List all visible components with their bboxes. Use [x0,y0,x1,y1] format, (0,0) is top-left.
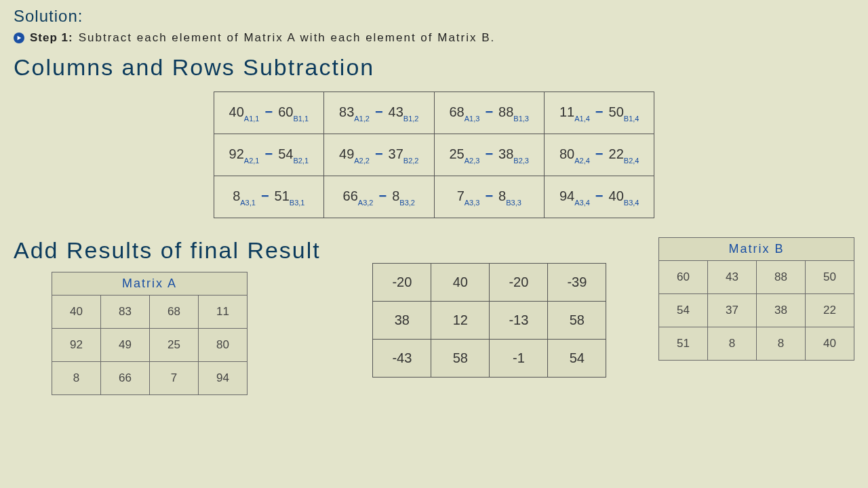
result-matrix-wrap: -2040-20-393812-1358-4358-154 [372,263,606,378]
matrix-a-table: 4083681192492580866794 [52,295,248,395]
svg-marker-0 [18,36,22,40]
matrix-cell: -39 [548,264,606,302]
step-text: Subtract each element of Matrix A with e… [79,31,496,45]
results-heading: Add Results of final Result [14,237,321,264]
matrix-cell: -20 [373,264,431,302]
matrix-cell: 49 [101,329,150,362]
matrix-cell: 11 [199,296,248,329]
matrix-b-wrap: Matrix B 6043885054373822518840 [658,237,854,361]
matrix-cell: 54 [658,294,707,327]
matrix-cell: -43 [373,340,431,378]
subtraction-table-wrap: 40A1,1−60B1,183A1,2−43B1,268A1,3−88B1,31… [14,92,854,218]
matrix-cell: 8 [756,327,805,361]
matrix-b-title: Matrix B [658,237,854,260]
matrix-cell: 92 [52,329,101,362]
matrix-cell: 40 [431,264,490,302]
matrix-cell: -1 [490,340,548,378]
matrix-b-table: 6043885054373822518840 [658,260,854,361]
step-bullet-icon [14,33,24,43]
subtraction-heading: Columns and Rows Subtraction [14,54,854,81]
subtraction-cell: 92A2,1−54B2,1 [214,134,323,176]
matrix-cell: 38 [756,294,805,327]
matrix-cell: 94 [199,362,248,395]
step-row: Step 1: Subtract each element of Matrix … [14,31,854,45]
matrix-cell: 40 [805,327,854,361]
subtraction-cell: 66A3,2−8B3,2 [324,176,434,218]
matrix-cell: 43 [707,261,756,294]
matrix-cell: 7 [150,362,199,395]
matrix-cell: 50 [805,261,854,294]
matrix-cell: 68 [150,296,199,329]
subtraction-cell: 80A2,4−22B2,4 [544,134,654,176]
matrix-cell: 51 [658,327,707,361]
subtraction-cell: 25A2,3−38B2,3 [434,134,544,176]
matrix-cell: 80 [199,329,248,362]
matrix-cell: 60 [658,261,707,294]
matrix-cell: 8 [707,327,756,361]
matrix-cell: 12 [431,302,490,340]
matrix-cell: -20 [490,264,548,302]
subtraction-cell: 40A1,1−60B1,1 [214,92,323,134]
matrix-cell: 40 [52,296,101,329]
step-label: Step 1: [30,31,73,45]
matrix-cell: 66 [101,362,150,395]
subtraction-cell: 83A1,2−43B1,2 [324,92,434,134]
matrix-cell: 22 [805,294,854,327]
subtraction-cell: 7A3,3−8B3,3 [434,176,544,218]
result-table: -2040-20-393812-1358-4358-154 [372,263,606,378]
matrix-cell: 88 [756,261,805,294]
subtraction-cell: 8A3,1−51B3,1 [214,176,323,218]
subtraction-table: 40A1,1−60B1,183A1,2−43B1,268A1,3−88B1,31… [214,92,655,218]
results-row: Add Results of final Result Matrix A 408… [14,237,854,395]
matrix-a-wrap: Matrix A 4083681192492580866794 [52,272,248,395]
matrix-cell: -13 [490,302,548,340]
subtraction-cell: 49A2,2−37B2,2 [324,134,434,176]
matrix-cell: 58 [431,340,490,378]
matrix-cell: 25 [150,329,199,362]
matrix-cell: 8 [52,362,101,395]
matrix-b-col: Matrix B 6043885054373822518840 [658,237,854,361]
subtraction-cell: 11A1,4−50B1,4 [544,92,654,134]
matrix-cell: 38 [373,302,431,340]
matrix-cell: 83 [101,296,150,329]
solution-heading: Solution: [14,7,854,26]
subtraction-cell: 68A1,3−88B1,3 [434,92,544,134]
matrix-cell: 37 [707,294,756,327]
matrix-cell: 54 [548,340,606,378]
results-left: Add Results of final Result Matrix A 408… [14,237,321,395]
subtraction-cell: 94A3,4−40B3,4 [544,176,654,218]
matrix-cell: 58 [548,302,606,340]
matrix-a-title: Matrix A [52,272,248,295]
